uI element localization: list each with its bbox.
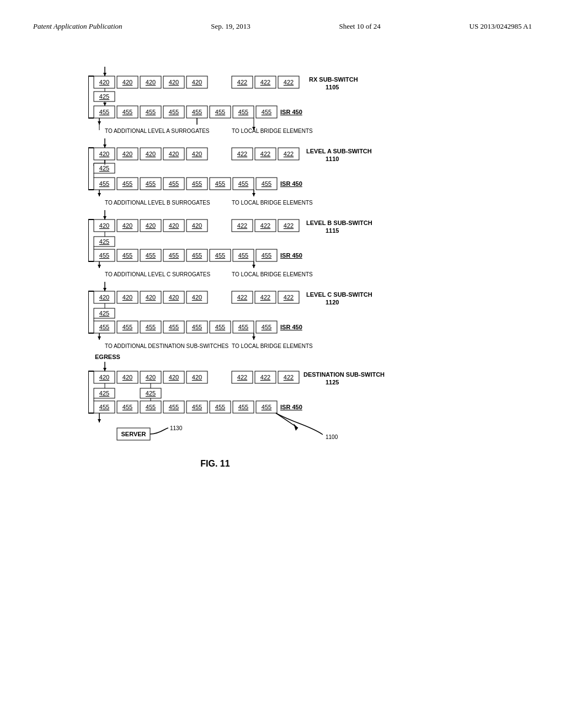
svg-text:420: 420 xyxy=(146,374,156,381)
svg-marker-102 xyxy=(98,193,101,196)
svg-text:422: 422 xyxy=(237,151,247,157)
svg-text:TO ADDITIONAL DESTINATION SUB-: TO ADDITIONAL DESTINATION SUB-SWITCHES xyxy=(105,343,229,349)
svg-text:455: 455 xyxy=(238,109,248,115)
svg-text:420: 420 xyxy=(146,79,156,85)
svg-marker-152 xyxy=(98,265,101,268)
svg-text:455: 455 xyxy=(146,252,156,259)
svg-text:455: 455 xyxy=(215,252,225,259)
svg-text:420: 420 xyxy=(169,79,179,85)
svg-text:LEVEL B  SUB-SWITCH: LEVEL B SUB-SWITCH xyxy=(306,220,372,226)
svg-text:455: 455 xyxy=(169,252,179,259)
svg-text:422: 422 xyxy=(260,294,270,301)
svg-text:TO LOCAL BRIDGE ELEMENTS: TO LOCAL BRIDGE ELEMENTS xyxy=(232,128,313,134)
svg-text:TO LOCAL BRIDGE ELEMENTS: TO LOCAL BRIDGE ELEMENTS xyxy=(232,271,313,277)
svg-text:455: 455 xyxy=(99,324,109,330)
svg-text:422: 422 xyxy=(284,374,294,381)
svg-text:420: 420 xyxy=(169,151,179,157)
svg-text:425: 425 xyxy=(146,390,156,397)
svg-text:455: 455 xyxy=(215,109,225,115)
svg-text:420: 420 xyxy=(146,151,156,157)
svg-text:EGRESS: EGRESS xyxy=(95,354,120,360)
page: Patent Application Publication Sep. 19, … xyxy=(0,0,565,728)
svg-text:455: 455 xyxy=(169,324,179,330)
svg-text:455: 455 xyxy=(262,109,271,115)
svg-text:455: 455 xyxy=(122,180,132,187)
svg-text:ISR 450: ISR 450 xyxy=(280,404,302,410)
svg-text:420: 420 xyxy=(99,151,109,157)
svg-text:420: 420 xyxy=(122,79,132,85)
svg-text:425: 425 xyxy=(99,165,109,172)
svg-text:420: 420 xyxy=(192,151,202,157)
svg-marker-104 xyxy=(252,193,255,196)
svg-text:422: 422 xyxy=(237,374,247,381)
svg-text:455: 455 xyxy=(215,324,225,330)
svg-text:455: 455 xyxy=(238,324,248,330)
svg-text:455: 455 xyxy=(99,180,109,187)
svg-text:TO ADDITIONAL LEVEL A SURROGAT: TO ADDITIONAL LEVEL A SURROGATES xyxy=(105,128,210,134)
svg-marker-158 xyxy=(103,288,106,291)
header-date: Sep. 19, 2013 xyxy=(211,22,250,31)
page-header: Patent Application Publication Sep. 19, … xyxy=(33,22,532,31)
svg-text:1100: 1100 xyxy=(326,434,338,440)
svg-marker-46 xyxy=(98,121,101,125)
svg-text:ISR 450: ISR 450 xyxy=(280,252,302,259)
svg-text:422: 422 xyxy=(237,79,247,85)
svg-text:422: 422 xyxy=(237,294,247,301)
svg-text:455: 455 xyxy=(169,180,179,187)
svg-text:LEVEL A  SUB-SWITCH: LEVEL A SUB-SWITCH xyxy=(306,148,372,154)
svg-text:420: 420 xyxy=(99,294,109,301)
svg-text:420: 420 xyxy=(192,294,202,301)
svg-marker-24 xyxy=(103,103,106,106)
svg-text:420: 420 xyxy=(99,79,109,85)
svg-marker-209 xyxy=(103,368,106,371)
svg-text:TO LOCAL BRIDGE ELEMENTS: TO LOCAL BRIDGE ELEMENTS xyxy=(232,200,313,206)
svg-text:425: 425 xyxy=(99,238,109,245)
svg-marker-257 xyxy=(98,419,101,422)
svg-text:420: 420 xyxy=(122,294,132,301)
svg-text:455: 455 xyxy=(146,109,156,115)
svg-text:420: 420 xyxy=(192,222,202,229)
svg-text:420: 420 xyxy=(169,222,179,229)
svg-text:ISR 450: ISR 450 xyxy=(280,180,302,187)
svg-marker-202 xyxy=(98,336,101,340)
svg-marker-204 xyxy=(252,336,255,340)
svg-marker-1 xyxy=(103,73,106,76)
svg-marker-154 xyxy=(252,265,255,268)
svg-text:455: 455 xyxy=(146,324,156,330)
header-patent-number: US 2013/0242985 A1 xyxy=(470,22,532,31)
svg-text:422: 422 xyxy=(260,374,270,381)
svg-text:425: 425 xyxy=(99,390,109,397)
svg-text:FIG. 11: FIG. 11 xyxy=(200,459,230,468)
svg-text:455: 455 xyxy=(215,180,225,187)
svg-text:422: 422 xyxy=(260,79,270,85)
svg-text:455: 455 xyxy=(122,404,132,410)
svg-text:422: 422 xyxy=(284,79,294,85)
svg-text:455: 455 xyxy=(238,404,248,410)
svg-text:455: 455 xyxy=(238,252,248,259)
svg-text:455: 455 xyxy=(99,252,109,259)
svg-text:455: 455 xyxy=(238,180,248,187)
svg-text:455: 455 xyxy=(122,324,132,330)
svg-text:455: 455 xyxy=(122,252,132,259)
figure-11-svg: text { font-family: Arial, sans-serif; }… xyxy=(88,64,530,671)
svg-text:LEVEL C  SUB-SWITCH: LEVEL C SUB-SWITCH xyxy=(306,291,372,298)
svg-marker-108 xyxy=(103,216,106,220)
svg-text:420: 420 xyxy=(99,222,109,229)
svg-text:455: 455 xyxy=(169,404,179,410)
svg-text:ISR 450: ISR 450 xyxy=(280,109,302,115)
svg-text:TO LOCAL BRIDGE ELEMENTS: TO LOCAL BRIDGE ELEMENTS xyxy=(232,343,313,349)
svg-text:420: 420 xyxy=(122,374,132,381)
svg-text:422: 422 xyxy=(284,222,294,229)
svg-text:422: 422 xyxy=(284,151,294,157)
svg-text:425: 425 xyxy=(99,93,109,100)
svg-text:455: 455 xyxy=(192,404,202,410)
svg-text:455: 455 xyxy=(215,404,225,410)
header-publication-label: Patent Application Publication xyxy=(33,22,122,31)
svg-text:420: 420 xyxy=(146,222,156,229)
svg-text:SERVER: SERVER xyxy=(121,431,146,437)
svg-text:1115: 1115 xyxy=(326,227,339,234)
svg-text:DESTINATION  SUB-SWITCH: DESTINATION SUB-SWITCH xyxy=(303,371,385,378)
svg-text:455: 455 xyxy=(192,324,202,330)
svg-text:455: 455 xyxy=(146,404,156,410)
svg-text:455: 455 xyxy=(262,180,271,187)
